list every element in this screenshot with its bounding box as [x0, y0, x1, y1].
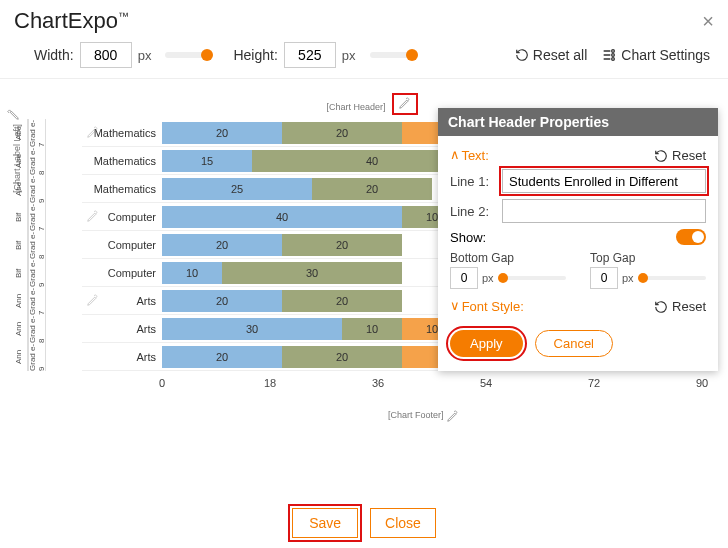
apply-button[interactable]: Apply — [450, 330, 523, 357]
bar-segment: 40 — [162, 206, 402, 228]
panel-font-reset[interactable]: Reset — [654, 299, 706, 314]
subject-label: Computer — [82, 259, 162, 287]
group2-label: Grad e-8 — [28, 231, 46, 259]
bar-segment: 15 — [162, 150, 252, 172]
chart-settings-label: Chart Settings — [621, 47, 710, 63]
tm-mark: ™ — [118, 10, 129, 22]
x-tick: 18 — [264, 377, 276, 389]
bottom-gap-label: Bottom Gap — [450, 251, 566, 265]
line2-field: Line 2: — [450, 199, 706, 223]
controls-bar: Width: px Height: px Reset all Chart Set… — [0, 36, 728, 79]
top-gap-slider[interactable] — [638, 276, 706, 280]
save-button[interactable]: Save — [292, 508, 358, 538]
group2-label: Grad e-7 — [28, 203, 46, 231]
width-slider[interactable] — [165, 52, 211, 58]
group2-label: Grad e-8 — [28, 147, 46, 175]
bottom-gap-px: px — [482, 272, 494, 284]
subject-label: Arts — [82, 315, 162, 343]
app-title-text: ChartExpo — [14, 8, 118, 33]
group1-label: Ann — [10, 315, 28, 343]
subject-label: Mathematics — [82, 175, 162, 203]
bar-segment: 30 — [162, 318, 342, 340]
group2-label: Grad e-9 — [28, 175, 46, 203]
bar-segment: 10 — [342, 318, 402, 340]
subject-label: Computer — [82, 203, 162, 231]
width-input[interactable] — [80, 42, 132, 68]
gap-row: Bottom Gap px Top Gap px — [450, 251, 706, 289]
svg-point-2 — [612, 58, 615, 61]
group2-label: Grad e-7 — [28, 119, 46, 147]
subject-label: Arts — [82, 287, 162, 315]
x-tick: 36 — [372, 377, 384, 389]
x-axis: 01836547290 — [162, 377, 718, 393]
panel-font-section[interactable]: ∨ Font Style: Reset — [450, 299, 706, 314]
panel-title: Chart Header Properties — [438, 108, 718, 136]
cancel-button[interactable]: Cancel — [535, 330, 613, 357]
line1-field: Line 1: — [450, 169, 706, 193]
top-gap-px: px — [622, 272, 634, 284]
line1-label: Line 1: — [450, 174, 494, 189]
group1-label: Bif — [10, 203, 28, 231]
group1-label: Bif — [10, 259, 28, 287]
close-button[interactable]: Close — [370, 508, 436, 538]
chart-settings-button[interactable]: Chart Settings — [597, 47, 714, 63]
svg-point-1 — [612, 54, 615, 57]
height-label: Height: — [233, 47, 277, 63]
x-tick: 90 — [696, 377, 708, 389]
chart-footer-label[interactable]: [Chart Footer] — [130, 409, 718, 423]
height-px: px — [342, 48, 356, 63]
width-label: Width: — [34, 47, 74, 63]
subject-label: Mathematics — [82, 119, 162, 147]
app-title: ChartExpo™ — [14, 8, 129, 34]
bar-segment: 20 — [162, 346, 282, 368]
svg-point-0 — [612, 50, 615, 53]
group2-label: Grad e-9 — [28, 343, 46, 371]
x-tick: 0 — [159, 377, 165, 389]
subject-label: Arts — [82, 343, 162, 371]
width-px: px — [138, 48, 152, 63]
group1-label: Abe — [10, 147, 28, 175]
line1-input[interactable] — [502, 169, 706, 193]
bottom-gap-input[interactable] — [450, 267, 478, 289]
show-field: Show: — [450, 229, 706, 245]
bar-segment: 20 — [282, 290, 402, 312]
bottom-gap-slider[interactable] — [498, 276, 566, 280]
panel-text-section[interactable]: ∧ Text: Reset — [450, 148, 706, 163]
bar-segment: 30 — [222, 262, 402, 284]
height-input[interactable] — [284, 42, 336, 68]
line2-label: Line 2: — [450, 204, 494, 219]
reset-all-button[interactable]: Reset all — [511, 47, 591, 63]
bar-segment: 20 — [162, 234, 282, 256]
top-gap-input[interactable] — [590, 267, 618, 289]
close-icon[interactable]: × — [702, 10, 714, 33]
x-tick: 72 — [588, 377, 600, 389]
bottom-buttons: Save Close — [0, 508, 728, 538]
x-tick: 54 — [480, 377, 492, 389]
bar-segment: 10 — [162, 262, 222, 284]
height-slider[interactable] — [370, 52, 416, 58]
panel-text-reset[interactable]: Reset — [654, 148, 706, 163]
group1-label: Ann — [10, 287, 28, 315]
show-toggle[interactable] — [676, 229, 706, 245]
reset-all-label: Reset all — [533, 47, 587, 63]
group2-label: Grad e-7 — [28, 287, 46, 315]
show-label: Show: — [450, 230, 486, 245]
group1-label: Abe — [10, 175, 28, 203]
group2-label: Grad e-9 — [28, 259, 46, 287]
group2-label: Grad e-8 — [28, 315, 46, 343]
group1-label: Abe — [10, 119, 28, 147]
bar-segment: 20 — [282, 122, 402, 144]
group1-label: Ann — [10, 343, 28, 371]
bar-segment: 20 — [162, 290, 282, 312]
subject-label: Computer — [82, 231, 162, 259]
bar-segment: 20 — [312, 178, 432, 200]
bar-segment: 20 — [282, 234, 402, 256]
line2-input[interactable] — [502, 199, 706, 223]
chart-header-edit-icon[interactable] — [392, 93, 418, 115]
group1-label: Bif — [10, 231, 28, 259]
subject-label: Mathematics — [82, 147, 162, 175]
bar-segment: 20 — [162, 122, 282, 144]
bar-segment: 20 — [282, 346, 402, 368]
bar-segment: 25 — [162, 178, 312, 200]
top-gap-label: Top Gap — [590, 251, 706, 265]
